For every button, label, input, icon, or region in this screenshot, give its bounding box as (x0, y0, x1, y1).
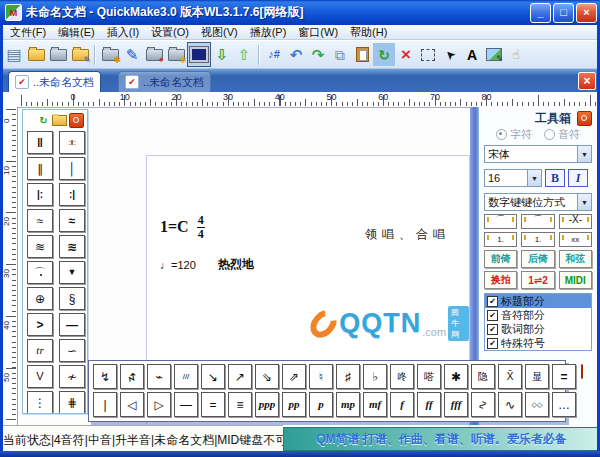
symbol-button[interactable]: |: (27, 183, 53, 206)
toolbox-button[interactable]: 前倚 (484, 250, 517, 268)
symbol-button[interactable]: § (59, 287, 85, 310)
symbol-button[interactable]: ∿ (471, 392, 495, 417)
symbol-button[interactable]: :‖: (59, 131, 85, 154)
symbol-button[interactable]: /// (174, 364, 198, 389)
symbol-button[interactable]: > (27, 313, 53, 336)
checklist-item[interactable]: ✔特殊符号 (485, 336, 591, 350)
preview-monitor-icon[interactable] (187, 42, 211, 67)
symbol-button[interactable]: fff (444, 392, 468, 417)
checklist-item[interactable]: ✔歌词部分 (485, 322, 591, 336)
checkbox-icon[interactable]: ✔ (487, 324, 498, 335)
symbol-button[interactable]: ▷ (147, 392, 171, 417)
open-file-icon[interactable] (25, 43, 47, 66)
radio-selected[interactable]: 字符 (496, 127, 532, 142)
symbol-button[interactable]: | (93, 392, 117, 417)
symbol-button[interactable]: ♯ (336, 364, 360, 389)
toolbox-symbol-button[interactable]: ⌒ (484, 214, 517, 229)
minimize-button[interactable]: _ (530, 3, 551, 23)
symbol-button[interactable]: ≋ (59, 235, 85, 258)
maximize-button[interactable]: □ (553, 3, 574, 23)
key-mode-select[interactable]: 数字键键位方式 ▼ (484, 193, 592, 211)
save-icon[interactable] (47, 43, 69, 66)
cursor-icon[interactable]: ➤ (439, 43, 461, 66)
symbol-button[interactable]: ⋮ (27, 391, 53, 414)
italic-button[interactable]: I (568, 169, 588, 187)
symbol-button[interactable]: 咚 (390, 364, 414, 389)
symbol-button[interactable]: ✱ (444, 364, 468, 389)
symbol-button[interactable]: ppp (255, 392, 279, 417)
symbol-button[interactable]: … (552, 392, 576, 417)
symbol-button[interactable]: pp (282, 392, 306, 417)
export-icon[interactable]: ⇧ (233, 43, 255, 66)
symbol-button[interactable]: ≈ (27, 209, 53, 232)
symbol-button[interactable]: ◇◇ (525, 392, 549, 417)
undo-icon[interactable]: ↶ (285, 43, 307, 66)
toolbox-button[interactable]: 1⇌2 (521, 271, 554, 289)
symbol-button[interactable]: V (27, 365, 53, 388)
symbol-button[interactable]: — (174, 392, 198, 417)
tab-close-button[interactable]: × (578, 72, 596, 90)
symbol-button[interactable]: — (59, 313, 85, 336)
symbol-button[interactable]: ∿ (498, 392, 522, 417)
image-edit-icon[interactable] (483, 43, 505, 66)
toolbox-button[interactable]: MIDI (559, 271, 592, 289)
symbol-button[interactable]: ff (417, 392, 441, 417)
toolbox-close-icon[interactable] (577, 111, 592, 126)
symbol-button[interactable]: mp (336, 392, 360, 417)
toolbox-button[interactable]: 后倚 (521, 250, 554, 268)
print-icon[interactable]: ⇩ (211, 43, 233, 66)
symbol-button[interactable]: X̄ (498, 364, 522, 389)
text-tool-icon[interactable]: A (461, 43, 483, 66)
paste-icon[interactable] (351, 43, 373, 66)
menu-item[interactable]: 插入(I) (101, 25, 145, 40)
menu-item[interactable]: 文件(F) (4, 25, 52, 40)
symbol-button[interactable]: │ (59, 157, 85, 180)
config-icon[interactable]: ✲ (165, 43, 187, 66)
document-tab[interactable]: ✔..未命名文档 (8, 71, 101, 92)
document-tab[interactable]: ✔..未命名文档 (118, 71, 211, 92)
redo-icon[interactable]: ↷ (307, 43, 329, 66)
symbol-button[interactable]: ▼ (59, 261, 85, 284)
palette-refresh-icon[interactable]: ↻ (37, 114, 50, 127)
palette-close-icon[interactable] (69, 113, 84, 128)
close-button[interactable]: × (576, 3, 597, 23)
tools-icon[interactable]: ✦ (143, 43, 165, 66)
palette-close-icon[interactable] (581, 364, 583, 379)
pan-hand-icon[interactable]: ☝ (505, 43, 527, 66)
symbol-button[interactable]: ≈ (59, 209, 85, 232)
menu-item[interactable]: 视图(V) (195, 25, 244, 40)
symbol-button[interactable]: :| (59, 183, 85, 206)
symbol-button[interactable]: ≋ (27, 235, 53, 258)
symbol-button[interactable]: = (552, 364, 576, 389)
toolbox-symbol-button[interactable]: -X- (559, 214, 592, 229)
symbol-button[interactable]: ↯ (93, 364, 117, 389)
symbol-button[interactable]: ♭ (363, 364, 387, 389)
symbol-button[interactable]: ≁ (59, 365, 85, 388)
symbol-button[interactable]: ≡ (228, 392, 252, 417)
menu-item[interactable]: 编辑(E) (52, 25, 101, 40)
symbol-button[interactable]: p (309, 392, 333, 417)
menu-item[interactable]: 帮助(H) (344, 25, 393, 40)
toolbox-symbol-button[interactable]: 1. (484, 232, 517, 247)
symbol-button[interactable]: ⌒ (27, 261, 53, 284)
palette-folder-icon[interactable] (52, 115, 67, 126)
symbol-button[interactable]: tr (27, 339, 53, 362)
symbol-button[interactable]: 隐 (471, 364, 495, 389)
symbol-button[interactable]: ‖ (27, 131, 53, 154)
symbol-button[interactable]: ↯ (120, 364, 144, 389)
toolbox-symbol-button[interactable]: xx (559, 232, 592, 247)
symbol-button[interactable]: mf (363, 392, 387, 417)
toolbox-symbol-button[interactable]: ⌒ (521, 214, 554, 229)
symbol-button[interactable]: ♮ (309, 364, 333, 389)
checklist-item[interactable]: ✔标题部分 (485, 294, 591, 308)
symbol-button[interactable]: f (390, 392, 414, 417)
checklist-item[interactable]: ✔音符部分 (485, 308, 591, 322)
menu-item[interactable]: 窗口(W) (292, 25, 344, 40)
font-size-select[interactable]: 16 ▼ (484, 169, 542, 187)
symbol-button[interactable]: ↘ (201, 364, 225, 389)
edit-pencil-icon[interactable]: ✎ (121, 43, 143, 66)
symbol-button[interactable]: ◁ (120, 392, 144, 417)
symbol-button[interactable]: = (201, 392, 225, 417)
menu-item[interactable]: 设置(O) (145, 25, 195, 40)
symbol-button[interactable]: ⇗ (282, 364, 306, 389)
